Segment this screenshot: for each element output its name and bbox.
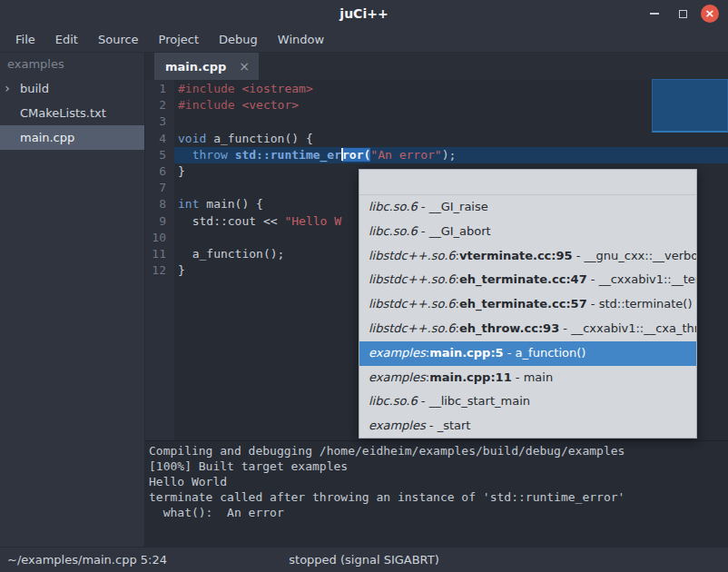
- tree-item-main-cpp[interactable]: main.cpp: [0, 125, 144, 150]
- code-token: [178, 148, 192, 162]
- close-icon: ×: [705, 5, 715, 23]
- tab-label: main.cpp: [165, 60, 226, 74]
- code-token: a_function() {: [206, 132, 312, 145]
- stack-frame-symbol: - __GI_abort: [418, 224, 491, 238]
- titlebar[interactable]: juCi++ ×: [0, 0, 728, 27]
- stack-frame-symbol: - __libc_start_main: [418, 394, 530, 408]
- code-token: <vector>: [241, 98, 299, 112]
- stack-frame[interactable]: examples - _start: [359, 414, 696, 439]
- file-tree: ›buildCMakeLists.txtmain.cpp: [0, 76, 144, 150]
- stack-frame-symbol: - _start: [426, 419, 471, 432]
- code-token: "An error": [370, 148, 441, 162]
- file-tree-panel: examples ›buildCMakeLists.txtmain.cpp: [0, 53, 145, 547]
- line-number: 7: [145, 180, 174, 196]
- menu-file[interactable]: File: [5, 27, 45, 52]
- statusbar: ~/examples/main.cpp 5:24 stopped (signal…: [0, 547, 728, 572]
- line-number: 8: [145, 196, 174, 212]
- stack-frame[interactable]: libstdc++.so.6:eh_terminate.cc:57 - std:…: [359, 292, 696, 317]
- tree-item-label: main.cpp: [15, 125, 74, 150]
- line-number: 11: [145, 246, 174, 262]
- line-number: 10: [145, 230, 174, 246]
- menu-edit[interactable]: Edit: [45, 27, 88, 52]
- line-number: 1: [145, 81, 174, 97]
- code-token: std::cout <<: [178, 214, 284, 228]
- menu-window[interactable]: Window: [268, 27, 334, 52]
- minimize-button[interactable]: [644, 4, 664, 24]
- console-line: [100%] Built target examples: [149, 459, 728, 474]
- stack-frame-module: libstdc++.so.6: [369, 321, 456, 335]
- stack-frame[interactable]: libc.so.6 - __GI_abort: [359, 220, 696, 244]
- stack-frame[interactable]: examples:main.cpp:5 - a_function(): [359, 341, 696, 366]
- expander-icon[interactable]: ›: [0, 76, 15, 101]
- stack-frame-module: libstdc++.so.6: [369, 297, 456, 311]
- stack-frame-symbol: - main: [512, 370, 553, 384]
- code-line[interactable]: [174, 113, 728, 130]
- stack-frame-module: libc.so.6: [369, 200, 418, 213]
- menubar: FileEditSourceProjectDebugWindow: [0, 27, 728, 53]
- stack-frame-symbol: - a_function(): [504, 346, 586, 360]
- stack-frame-location: main.cpp:5: [429, 346, 504, 360]
- restore-button[interactable]: [673, 4, 693, 24]
- juci-window: juCi++ × FileEditSourceProjectDebugWindo…: [0, 0, 728, 572]
- stack-frame-symbol: - __cxxabiv1::__term: [587, 272, 696, 286]
- stack-trace-popup: libc.so.6 - __GI_raiselibc.so.6 - __GI_a…: [359, 169, 697, 439]
- stack-frame[interactable]: examples:main.cpp:11 - main: [359, 366, 696, 390]
- code-token: int: [178, 197, 199, 211]
- tooltip-box: [652, 79, 728, 133]
- stack-frame[interactable]: libstdc++.so.6:vterminate.cc:95 - __gnu_…: [359, 244, 696, 269]
- tree-item-label: CMakeLists.txt: [15, 101, 106, 125]
- console-line: Compiling and debugging /home/eidheim/ex…: [149, 443, 728, 459]
- code-token: );: [442, 148, 457, 162]
- stack-frame-symbol: - __GI_raise: [418, 200, 488, 213]
- stack-frame-module: examples: [369, 419, 426, 432]
- code-token: }: [178, 263, 185, 277]
- tabbar: main.cpp×: [145, 53, 728, 80]
- tree-item-cmakelists-txt[interactable]: CMakeLists.txt: [0, 101, 144, 125]
- window-title: juCi++: [0, 0, 728, 27]
- code-token: [228, 148, 235, 162]
- line-number: 5: [145, 147, 174, 163]
- tree-item-build[interactable]: ›build: [0, 76, 144, 101]
- line-number: 6: [145, 163, 174, 180]
- code-token: void: [178, 132, 206, 145]
- code-token: #include: [178, 98, 241, 112]
- stack-frame-location: eh_terminate.cc:47: [459, 272, 587, 286]
- menu-source[interactable]: Source: [88, 27, 149, 52]
- close-button[interactable]: ×: [701, 5, 719, 23]
- text-cursor: [341, 148, 343, 161]
- stack-frame[interactable]: libc.so.6 - __GI_raise: [359, 195, 696, 220]
- stack-frame-symbol: - __gnu_cxx::__verbos: [573, 249, 696, 262]
- debug-console[interactable]: Compiling and debugging /home/eidheim/ex…: [145, 440, 728, 547]
- stack-frame-location: main.cpp:11: [429, 370, 512, 384]
- minimize-icon: [650, 13, 659, 15]
- stack-frame-location: eh_terminate.cc:57: [459, 297, 587, 311]
- stack-frame[interactable]: libc.so.6 - __libc_start_main: [359, 390, 696, 414]
- console-line: terminate called after throwing an insta…: [149, 489, 728, 505]
- menu-debug[interactable]: Debug: [209, 27, 268, 52]
- line-number-gutter[interactable]: 123456789101112: [145, 80, 174, 440]
- stack-frame[interactable]: libstdc++.so.6:eh_terminate.cc:47 - __cx…: [359, 268, 696, 292]
- code-token: std::runtime_er: [235, 148, 341, 162]
- tab-close-icon[interactable]: ×: [239, 59, 250, 74]
- stack-frame-module: examples: [369, 346, 426, 360]
- window-controls: ×: [644, 0, 719, 27]
- code-line[interactable]: #include <iostream>: [174, 81, 728, 97]
- stack-frame-symbol: - __cxxabiv1::__cxa_thro: [559, 321, 696, 335]
- code-token: #include: [178, 82, 241, 95]
- stack-frame[interactable]: libstdc++.so.6:eh_throw.cc:93 - __cxxabi…: [359, 317, 696, 341]
- menu-project[interactable]: Project: [149, 27, 209, 52]
- code-token: <iostream>: [241, 82, 312, 95]
- stack-frame-location: vterminate.cc:95: [459, 249, 573, 262]
- code-line[interactable]: throw std::runtime_error("An error");: [174, 147, 728, 163]
- line-number: 3: [145, 113, 174, 130]
- code-line[interactable]: #include <vector>: [174, 97, 728, 113]
- line-number: 9: [145, 213, 174, 230]
- restore-icon: [679, 10, 687, 18]
- line-number: 4: [145, 131, 174, 147]
- popup-header: [359, 170, 696, 195]
- code-token: throw: [192, 148, 228, 162]
- code-line[interactable]: void a_function() {: [174, 131, 728, 147]
- console-line: Hello World: [149, 474, 728, 489]
- stack-frame-module: libc.so.6: [369, 224, 418, 238]
- tab-main-cpp[interactable]: main.cpp×: [154, 53, 259, 80]
